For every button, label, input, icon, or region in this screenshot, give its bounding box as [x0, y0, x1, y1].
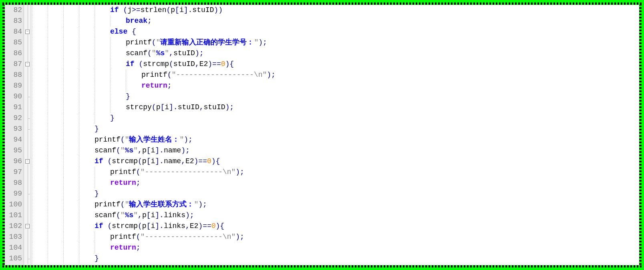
line-number: 96 — [5, 156, 24, 167]
code-line[interactable]: printf("------------------\n"); — [32, 232, 639, 242]
fold-cell — [24, 70, 31, 80]
line-number: 86 — [5, 48, 24, 59]
line-number: 102 — [5, 221, 24, 232]
fold-cell — [24, 5, 31, 16]
code-line[interactable]: if (strcmp(p[i].name,E2)==0){ — [32, 156, 639, 167]
code-line[interactable]: strcpy(p[i].stuID,stuID); — [32, 102, 639, 113]
line-number: 92 — [5, 113, 24, 124]
fold-cell — [24, 48, 31, 59]
code-line[interactable]: printf("输入学生联系方式："); — [32, 199, 639, 210]
fold-cell — [24, 242, 31, 253]
line-number-gutter: 8283848586878889909192939495969798991001… — [5, 5, 24, 265]
code-line[interactable]: } — [32, 113, 639, 124]
fold-cell — [24, 178, 31, 188]
line-number: 98 — [5, 178, 24, 188]
fold-toggle-icon[interactable]: − — [25, 30, 30, 34]
fold-cell — [24, 91, 31, 102]
fold-cell — [24, 210, 31, 221]
fold-toggle-icon[interactable]: − — [25, 159, 30, 164]
code-line[interactable]: } — [32, 188, 639, 199]
screenshot-frame: 8283848586878889909192939495969798991001… — [2, 2, 642, 268]
fold-cell[interactable]: − — [24, 59, 31, 70]
fold-cell — [24, 37, 31, 48]
line-number: 97 — [5, 167, 24, 178]
line-number: 89 — [5, 80, 24, 91]
line-number: 94 — [5, 134, 24, 145]
code-line[interactable]: printf("请重新输入正确的学生学号："); — [32, 37, 639, 48]
code-line[interactable]: break; — [32, 16, 639, 26]
fold-cell — [24, 145, 31, 156]
fold-cell — [24, 113, 31, 124]
fold-cell — [24, 102, 31, 113]
code-line[interactable]: scanf("%s",stuID); — [32, 48, 639, 59]
fold-cell — [24, 199, 31, 210]
code-line[interactable]: if (strcmp(p[i].links,E2)==0){ — [32, 221, 639, 232]
line-number: 101 — [5, 210, 24, 221]
code-line[interactable]: scanf("%s",p[i].links); — [32, 210, 639, 221]
line-number: 103 — [5, 232, 24, 242]
code-line[interactable]: } — [32, 124, 639, 134]
code-line[interactable]: scanf("%s",p[i].name); — [32, 145, 639, 156]
code-line[interactable]: } — [32, 91, 639, 102]
code-line[interactable]: printf("输入学生姓名："); — [32, 134, 639, 145]
line-number: 105 — [5, 253, 24, 264]
fold-cell — [24, 134, 31, 145]
fold-cell — [24, 253, 31, 264]
code-line[interactable]: printf("------------------\n"); — [32, 167, 639, 178]
fold-cell — [24, 188, 31, 199]
code-line[interactable]: } — [32, 253, 639, 264]
line-number: 83 — [5, 16, 24, 26]
fold-cell — [24, 167, 31, 178]
code-line[interactable]: printf("------------------\n"); — [32, 70, 639, 80]
fold-cell[interactable]: − — [24, 156, 31, 167]
fold-cell — [24, 124, 31, 134]
line-number: 90 — [5, 91, 24, 102]
line-number: 91 — [5, 102, 24, 113]
line-number: 99 — [5, 188, 24, 199]
line-number: 95 — [5, 145, 24, 156]
line-number: 88 — [5, 70, 24, 80]
line-number: 100 — [5, 199, 24, 210]
fold-cell — [24, 16, 31, 26]
fold-cell — [24, 80, 31, 91]
fold-toggle-icon[interactable]: − — [25, 62, 30, 66]
fold-column[interactable]: −−−− — [24, 5, 31, 265]
line-number: 82 — [5, 5, 24, 16]
code-line[interactable]: else { — [32, 26, 639, 37]
code-line[interactable]: return; — [32, 178, 639, 188]
code-line[interactable]: if (j>=strlen(p[i].stuID)) — [32, 5, 639, 16]
fold-toggle-icon[interactable]: − — [25, 224, 30, 228]
fold-cell — [24, 232, 31, 242]
code-line[interactable]: if (strcmp(stuID,E2)==0){ — [32, 59, 639, 70]
line-number: 87 — [5, 59, 24, 70]
fold-cell[interactable]: − — [24, 221, 31, 232]
code-line[interactable]: return; — [32, 242, 639, 253]
line-number: 93 — [5, 124, 24, 134]
fold-cell[interactable]: − — [24, 26, 31, 37]
line-number: 104 — [5, 242, 24, 253]
code-line[interactable]: return; — [32, 80, 639, 91]
line-number: 85 — [5, 37, 24, 48]
line-number: 84 — [5, 26, 24, 37]
code-area[interactable]: if (j>=strlen(p[i].stuID))break;else {pr… — [31, 5, 639, 265]
code-editor[interactable]: 8283848586878889909192939495969798991001… — [5, 5, 639, 265]
